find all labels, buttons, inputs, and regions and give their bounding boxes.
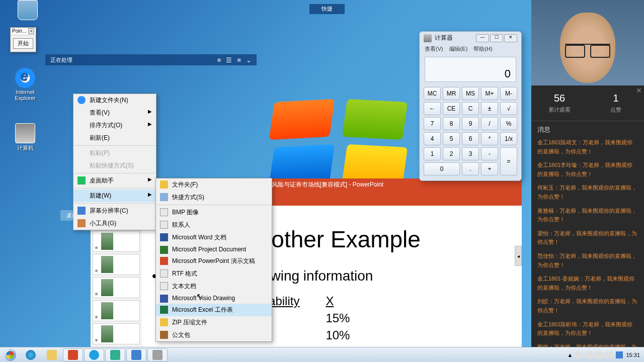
close-button[interactable]: ✕ xyxy=(504,34,517,42)
likes-stat: 1 点赞 xyxy=(588,93,644,114)
taskbar-edge[interactable] xyxy=(21,348,41,361)
menu-view[interactable]: 查看(V)▶ xyxy=(73,107,156,119)
tray-icon[interactable] xyxy=(576,351,583,358)
calc-menu-edit[interactable]: 编辑(E) xyxy=(449,45,468,53)
calc-back[interactable]: ← xyxy=(424,102,441,115)
taskbar-calculator[interactable] xyxy=(147,348,168,361)
start-button[interactable]: 开始 xyxy=(13,38,33,49)
calc-6[interactable]: 6 xyxy=(462,132,479,145)
chevron-down-icon[interactable]: ⌄ xyxy=(246,56,252,64)
tray-icon[interactable] xyxy=(586,351,593,358)
calc-2[interactable]: 2 xyxy=(443,147,460,160)
new-powerpoint[interactable]: Microsoft PowerPoint 演示文稿 xyxy=(156,255,272,267)
calc-ms[interactable]: MS xyxy=(462,87,479,100)
calc-1[interactable]: 1 xyxy=(424,147,441,160)
maximize-button[interactable]: ☐ xyxy=(490,34,503,42)
computer-icon[interactable]: 计算机 xyxy=(8,123,43,152)
list-icon[interactable]: ≡ xyxy=(217,56,221,64)
new-contact[interactable]: 联系人 xyxy=(156,219,272,231)
taskbar-app2[interactable] xyxy=(105,348,125,361)
menu-desktop-helper[interactable]: 桌面助手▶ xyxy=(73,174,156,187)
shortcut-icon xyxy=(160,193,168,201)
kuaijie-bar[interactable]: 快捷 xyxy=(309,4,345,14)
chat-message: 范佳怡：万老师，我来围观你的直播啦，为你点赞！ xyxy=(537,252,638,269)
menu-resolution[interactable]: 屏幕分辨率(C) xyxy=(73,205,156,217)
new-rtf[interactable]: RTF 格式 xyxy=(156,267,272,280)
calc-sqrt[interactable]: √ xyxy=(500,102,517,115)
messages-list[interactable]: 金工1801陈靖文：万老师，我来围观你的直播啦，为你点赞！ 金工1801李玲璇：… xyxy=(531,138,644,356)
calc-display: 0 xyxy=(425,57,516,82)
calc-9[interactable]: 9 xyxy=(462,117,479,130)
calc-mul[interactable]: * xyxy=(481,132,498,145)
ppt-icon xyxy=(160,257,168,265)
slide-thumb[interactable]: ★ xyxy=(93,300,140,321)
tray-chevron-icon[interactable]: ▲ xyxy=(568,352,573,358)
close-icon[interactable]: ✕ xyxy=(636,86,642,95)
taskbar-app3[interactable] xyxy=(126,348,146,361)
collapse-nav-icon[interactable]: ◂ xyxy=(515,246,522,266)
menu-new[interactable]: 新建(W)▶ xyxy=(73,190,156,202)
calc-neg[interactable]: ± xyxy=(481,102,498,115)
calc-mr[interactable]: MR xyxy=(443,87,460,100)
calc-8[interactable]: 8 xyxy=(443,117,460,130)
calc-equals[interactable]: = xyxy=(500,147,517,175)
menu-icon[interactable]: ≡ xyxy=(237,56,241,64)
calc-percent[interactable]: % xyxy=(500,117,517,130)
processing-bar: 正在处理 ≡ ☰ ≡ ⌄ xyxy=(45,54,257,65)
taskbar-explorer[interactable] xyxy=(42,348,62,361)
new-project[interactable]: Microsoft Project Document xyxy=(156,244,272,255)
calc-0[interactable]: 0 xyxy=(424,162,460,175)
menu-new-folder[interactable]: 新建文件夹(N) xyxy=(73,94,156,107)
messages-header: 消息 xyxy=(531,121,644,138)
menu-gadgets[interactable]: 小工具(G) xyxy=(73,217,156,230)
calc-mc[interactable]: MC xyxy=(424,87,441,100)
calc-mminus[interactable]: M- xyxy=(500,87,517,100)
calc-menu-view[interactable]: 查看(V) xyxy=(425,45,443,53)
calc-c[interactable]: C xyxy=(462,102,479,115)
recycle-bin[interactable] xyxy=(10,0,45,21)
new-word[interactable]: Microsoft Word 文档 xyxy=(156,231,272,244)
calc-5[interactable]: 5 xyxy=(443,132,460,145)
taskbar-powerpoint[interactable] xyxy=(63,348,83,361)
bmp-icon xyxy=(160,208,168,216)
calc-inv[interactable]: 1/x xyxy=(500,132,517,145)
taskbar-app1[interactable] xyxy=(84,348,104,361)
slide-thumb[interactable]: ★ xyxy=(93,254,140,275)
calc-dot[interactable]: . xyxy=(462,162,479,175)
chat-message: 金工1801-姜妮婉：万老师，我来围观你的直播啦，为你点赞！ xyxy=(537,275,638,292)
views-stat: 56 累计观看 xyxy=(531,93,588,114)
new-bmp[interactable]: BMP 图像 xyxy=(156,206,272,219)
tray-icon[interactable] xyxy=(616,351,623,358)
calc-sub[interactable]: - xyxy=(481,147,498,160)
menu-sort[interactable]: 排序方式(O)▶ xyxy=(73,119,156,132)
calc-7[interactable]: 7 xyxy=(424,117,441,130)
new-text[interactable]: 文本文档 xyxy=(156,280,272,293)
user-icon[interactable]: ☰ xyxy=(226,56,232,64)
minimize-button[interactable]: — xyxy=(476,34,489,42)
start-button[interactable] xyxy=(0,347,20,363)
menu-refresh[interactable]: 刷新(E) xyxy=(73,132,156,144)
new-visio[interactable]: Microsoft Visio Drawing xyxy=(156,293,272,304)
slide-thumb[interactable]: ★ xyxy=(93,323,140,344)
calc-4[interactable]: 4 xyxy=(424,132,441,145)
helper-icon xyxy=(77,176,86,185)
new-zip[interactable]: ZIP 压缩文件 xyxy=(156,316,272,329)
calc-ce[interactable]: CE xyxy=(443,102,460,115)
new-excel[interactable]: Microsoft Excel 工作表 xyxy=(156,304,272,316)
slide-thumb[interactable]: ★ xyxy=(93,231,140,252)
internet-explorer-icon[interactable]: Internet Explorer xyxy=(8,68,43,101)
close-icon[interactable]: × xyxy=(28,28,34,34)
tray-clock[interactable]: 15:31 xyxy=(626,352,640,358)
new-folder[interactable]: 文件夹(F) xyxy=(156,178,272,191)
tray-network-icon[interactable] xyxy=(596,351,603,358)
calc-menu-help[interactable]: 帮助(H) xyxy=(473,45,492,53)
text-icon xyxy=(160,282,168,290)
new-briefcase[interactable]: 公文包 xyxy=(156,329,272,341)
calc-3[interactable]: 3 xyxy=(462,147,479,160)
new-shortcut[interactable]: 快捷方式(S) xyxy=(156,191,272,204)
tray-volume-icon[interactable] xyxy=(606,351,613,358)
calc-mplus[interactable]: M+ xyxy=(481,87,498,100)
calc-div[interactable]: / xyxy=(481,117,498,130)
slide-thumb[interactable]: ★ xyxy=(93,277,140,298)
calc-add[interactable]: + xyxy=(481,162,498,175)
